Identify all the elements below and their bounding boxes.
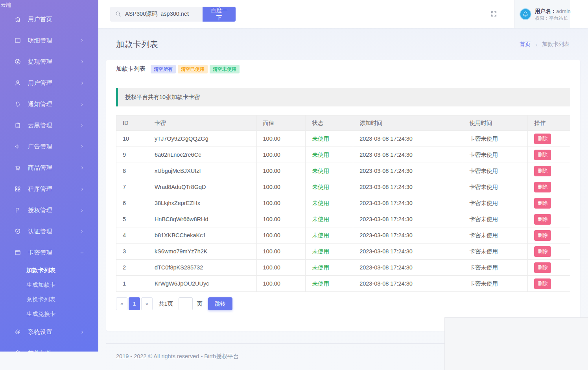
sidebar-item-license[interactable]: 授权管理 bbox=[0, 200, 98, 221]
sidebar-item-program[interactable]: 程序管理 bbox=[0, 178, 98, 200]
delete-button[interactable]: 删除 bbox=[534, 230, 551, 241]
cell-code: Wrad8AduQTr8GqD bbox=[148, 179, 256, 195]
submenu-item-1[interactable]: 加款卡列表 bbox=[0, 263, 98, 278]
chevron-right-icon bbox=[79, 81, 85, 86]
cell-code: kS6wmo79mYz7h2K bbox=[148, 244, 256, 260]
cell-code: 6a62nLnoc2re6Cc bbox=[148, 147, 256, 163]
cell-id: 10 bbox=[116, 131, 148, 147]
cell-used-time: 卡密未使用 bbox=[463, 244, 528, 260]
card-icon bbox=[14, 249, 21, 256]
cell-added-time: 2023-03-08 17:24:30 bbox=[353, 131, 463, 147]
cell-id: 8 bbox=[116, 163, 148, 179]
sidebar-item-label: 提现管理 bbox=[28, 58, 79, 66]
sidebar-item-card[interactable]: 卡密管理 bbox=[0, 242, 98, 263]
delete-button[interactable]: 删除 bbox=[534, 166, 551, 176]
delete-button[interactable]: 删除 bbox=[534, 134, 551, 144]
delete-button[interactable]: 删除 bbox=[534, 262, 551, 273]
pagination-page-1-button[interactable]: 1 bbox=[129, 297, 140, 310]
sidebar-item-auth[interactable]: 认证管理 bbox=[0, 221, 98, 242]
sidebar-item-label: 通知管理 bbox=[28, 101, 79, 108]
submenu-item-2[interactable]: 生成加款卡 bbox=[0, 278, 98, 292]
user-name-row: 用户名：admin bbox=[535, 7, 571, 15]
submenu-item-4[interactable]: 生成兑换卡 bbox=[0, 307, 98, 321]
cell-code: xUbgujMeBJXUIzI bbox=[148, 163, 256, 179]
pagination-next-button[interactable]: » bbox=[141, 297, 153, 310]
cell-code: 38LkjhxZeprEZHx bbox=[148, 195, 256, 211]
cell-added-time: 2023-03-08 17:24:30 bbox=[353, 179, 463, 195]
delete-button[interactable]: 删除 bbox=[534, 150, 551, 160]
cell-status: 未使用 bbox=[306, 131, 353, 147]
sidebar-item-components[interactable]: 其他组件 bbox=[0, 343, 98, 352]
fullscreen-icon[interactable] bbox=[490, 10, 498, 18]
sidebar-item-user[interactable]: 用户管理 bbox=[0, 72, 98, 93]
sidebar-item-settings[interactable]: 系统设置 bbox=[0, 321, 98, 343]
table-row: 1KrWgW6JpOU2UUyc100.00未使用2023-03-08 17:2… bbox=[116, 276, 570, 292]
chevron-right-icon bbox=[79, 351, 85, 352]
cell-added-time: 2023-03-08 17:24:30 bbox=[353, 276, 463, 292]
cell-status: 未使用 bbox=[306, 227, 353, 244]
cell-value: 100.00 bbox=[256, 244, 306, 260]
settings-icon bbox=[14, 328, 21, 335]
page-jump-input[interactable] bbox=[179, 297, 193, 310]
sidebar-item-detail[interactable]: 明细管理 bbox=[0, 30, 98, 51]
cell-added-time: 2023-03-08 17:24:30 bbox=[353, 227, 463, 244]
breadcrumb-home-link[interactable]: 首页 bbox=[520, 41, 531, 48]
card-badges: 清空所有清空已使用清空未使用 bbox=[149, 65, 240, 73]
sidebar-item-label: 授权管理 bbox=[28, 207, 79, 214]
chevron-right-icon bbox=[79, 59, 85, 64]
delete-button[interactable]: 删除 bbox=[534, 198, 551, 209]
sidebar-item-label: 用户管理 bbox=[28, 79, 79, 87]
badge-purple-button[interactable]: 清空所有 bbox=[151, 65, 176, 73]
chevron-right-icon bbox=[79, 229, 85, 234]
delete-button[interactable]: 删除 bbox=[534, 246, 551, 257]
cell-value: 100.00 bbox=[256, 163, 306, 179]
cell-used-time: 卡密未使用 bbox=[463, 163, 528, 179]
chevron-right-icon bbox=[79, 330, 85, 335]
ad-icon bbox=[14, 143, 21, 150]
cell-code: dTC0f8pKS285732 bbox=[148, 260, 256, 276]
submenu-item-3[interactable]: 兑换卡列表 bbox=[0, 292, 98, 307]
user-name-label: 用户名： bbox=[535, 8, 556, 14]
cell-added-time: 2023-03-08 17:24:30 bbox=[353, 147, 463, 163]
sidebar-item-goods[interactable]: 商品管理 bbox=[0, 157, 98, 178]
sidebar-item-label: 广告管理 bbox=[28, 143, 79, 150]
card-body: 授权平台共有10张加款卡卡密 ID卡密面值状态添加时间使用时间操作 10yTJ7… bbox=[106, 78, 580, 331]
sidebar-item-notice[interactable]: 通知管理 bbox=[0, 93, 98, 115]
cell-actions: 删除 bbox=[528, 244, 570, 260]
sidebar-item-blacklist[interactable]: 云黑管理 bbox=[0, 115, 98, 136]
search-input[interactable] bbox=[125, 11, 199, 17]
column-header-6: 操作 bbox=[528, 115, 570, 131]
sidebar-item-ad[interactable]: 广告管理 bbox=[0, 136, 98, 157]
auth-icon bbox=[14, 228, 21, 235]
chevron-right-icon bbox=[79, 187, 85, 192]
blacklist-icon bbox=[14, 122, 21, 129]
badge-green-button[interactable]: 清空未使用 bbox=[210, 65, 240, 73]
search-icon bbox=[115, 11, 122, 17]
pagination-prev-button[interactable]: « bbox=[116, 297, 127, 310]
pagination-unit: 页 bbox=[197, 300, 203, 308]
cell-id: 5 bbox=[116, 211, 148, 227]
table-row: 3kS6wmo79mYz7h2K100.00未使用2023-03-08 17:2… bbox=[116, 244, 570, 260]
page-jump-button[interactable]: 跳转 bbox=[208, 297, 232, 310]
table-row: 4b81XKBCChekaKc1100.00未使用2023-03-08 17:2… bbox=[116, 227, 570, 244]
column-header-4: 添加时间 bbox=[353, 115, 463, 131]
sidebar-item-withdraw[interactable]: 提现管理 bbox=[0, 51, 98, 72]
badge-yellow-button[interactable]: 清空已使用 bbox=[178, 65, 208, 73]
delete-button[interactable]: 删除 bbox=[534, 278, 551, 289]
pagination-total: 共1页 bbox=[159, 300, 173, 308]
sidebar-item-home[interactable]: 用户首页 bbox=[0, 9, 98, 30]
cell-value: 100.00 bbox=[256, 260, 306, 276]
baidu-search-button[interactable]: 百度一下 bbox=[203, 7, 236, 22]
user-panel[interactable]: 用户名：admin 权限：平台站长 bbox=[514, 0, 570, 28]
sidebar-item-label: 明细管理 bbox=[28, 37, 79, 44]
detail-icon bbox=[14, 37, 21, 44]
components-icon bbox=[14, 350, 21, 352]
cell-actions: 删除 bbox=[528, 195, 570, 211]
cell-id: 7 bbox=[116, 179, 148, 195]
table-row: 10yTJ7Oy9ZGgQQZGg100.00未使用2023-03-08 17:… bbox=[116, 131, 570, 147]
delete-button[interactable]: 删除 bbox=[534, 182, 551, 192]
license-icon bbox=[14, 207, 21, 214]
cell-id: 2 bbox=[116, 260, 148, 276]
delete-button[interactable]: 删除 bbox=[534, 214, 551, 225]
cell-value: 100.00 bbox=[256, 211, 306, 227]
